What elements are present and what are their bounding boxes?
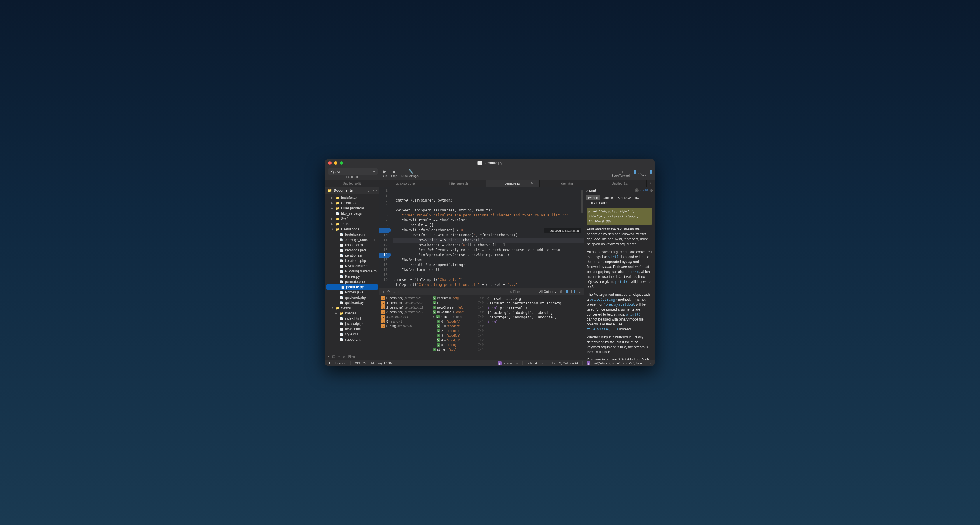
file-conways_constant-m[interactable]: 📄conways_constant.m [325,237,379,242]
doc-content[interactable]: print(*objects, sep=' ', end='\n', file=… [584,206,655,360]
step-over-button[interactable]: ↷ [387,290,390,294]
run-button[interactable]: ▶ Run [382,169,387,178]
code-line[interactable]: result."fn">append(string) [393,262,584,267]
folder-calculator[interactable]: ▶📁Calculator [325,200,379,205]
line-number[interactable]: 6 [379,213,388,218]
variable-actions[interactable]: ⓘ⊖ [478,301,484,305]
variable-actions[interactable]: ⓘ⊖ [478,329,484,333]
code-line[interactable]: newCharset = charset[0:i] + charset[i+1:… [393,243,584,248]
pause-icon[interactable]: ⏸ [328,361,331,365]
file-bruteforce-m[interactable]: 📄bruteforce.m [325,232,379,237]
continue-button[interactable]: ▷ [382,290,384,294]
doc-search-input[interactable] [589,188,633,192]
layout-left-button[interactable] [566,290,570,293]
stack-frame[interactable]: ↳2permute()permute.py:12 [379,305,431,310]
variable-actions[interactable]: ⓘ⊖ [478,296,484,300]
stack-frame[interactable]: ↳3permute()permute.py:12 [379,310,431,314]
new-folder-button[interactable]: ▢ [332,355,335,358]
line-number[interactable]: 13 [379,248,388,253]
line-number[interactable]: 1 [379,188,388,193]
disclosure-triangle-icon[interactable]: ▶ [331,202,334,204]
line-number[interactable]: 2 [379,193,388,198]
code-line[interactable]: "kw">for i "kw">in "fn">range(0, "fn">le… [393,233,584,238]
disclosure-triangle-icon[interactable]: ▶ [331,217,334,220]
find-on-page-link[interactable]: Find On Page [584,200,655,206]
code-line[interactable]: "kw">def "fn">permute(charset, string, r… [393,208,584,213]
tab-index-html[interactable]: index.html [539,180,593,187]
file-style-css[interactable]: 📄style.css [325,332,379,337]
language-select[interactable]: Python [328,168,378,175]
action-button[interactable]: ⎆ [338,355,340,358]
code-line[interactable]: result = [] [393,223,584,228]
file-nsstring-traverse-m[interactable]: 📄NSString traverse.m [325,269,379,274]
tab-untitled-2-c[interactable]: Untitled 2.c [593,180,647,187]
variable-actions[interactable]: ⓘ⊖ [478,333,484,337]
step-into-button[interactable]: ↓ [393,290,395,294]
eye-icon[interactable]: 👁 [645,188,649,192]
step-out-button[interactable]: ↑ [398,290,399,294]
file-http_server-js[interactable]: 📄http_server.js [325,211,379,216]
tab-untitled-swift[interactable]: Untitled.swift [325,180,379,187]
variable-actions[interactable]: ⓘ⊖ [478,310,484,314]
disclosure-triangle-icon[interactable]: ▼ [433,316,435,318]
code-line[interactable]: "kw">if result == "bool">False: [393,218,584,223]
status-doc-sig-button[interactable]: f print(*objects, sep=' ', end='\n', fil… [587,361,645,365]
variable-row[interactable]: VnewString = 'abcd'ⓘ⊖ [431,310,485,314]
code-line[interactable] [393,272,584,277]
nav-back-icon[interactable]: ‹ [373,189,374,192]
file-iterations-java[interactable]: 📄iterations.java [325,248,379,253]
variable-actions[interactable]: ⓘ⊖ [478,338,484,342]
maximize-button[interactable] [340,161,343,165]
folder-swift[interactable]: ▶📁Swift [325,216,379,221]
code-line[interactable]: "kw">return result [393,267,584,272]
stack-frame[interactable]: ↳1permute()permute.py:12 [379,301,431,305]
code-line[interactable]: "cmt">#!/usr/bin/env python3 [393,198,584,203]
nav-fwd-icon[interactable]: › [376,189,377,192]
variable-row[interactable]: VnewCharset = 'efg'ⓘ⊖ [431,305,485,310]
stack-frame[interactable]: ↳6run()bdb.py:580 [379,324,431,328]
code-line[interactable]: "cmt"># Recursively calculate with each … [393,248,584,253]
variable-row[interactable]: Vi = 1ⓘ⊖ [431,301,485,305]
tab-http_server-js[interactable]: http_server.js [432,180,486,187]
back-button[interactable]: ‹ [618,169,619,174]
folder-euler-problems[interactable]: ▶📁Euler problems [325,205,379,211]
file-primes-java[interactable]: 📄Primes.java [325,290,379,295]
file-index-html[interactable]: 📄index.html [325,316,379,321]
file-iterations-m[interactable]: 📄iterations.m [325,253,379,258]
line-number[interactable]: 14 [379,253,390,258]
code-line[interactable]: "fn">print("fn">permute(charset, "", [])… [393,287,584,288]
code-line[interactable] [393,203,584,208]
file-support-html[interactable]: 📄support.html [325,337,379,342]
stack-frame[interactable]: ↳5<string>:1 [379,319,431,324]
symbol-popup-button[interactable]: f permute ⌄ [498,361,518,365]
disclosure-triangle-icon[interactable]: ▼ [331,228,334,231]
stack-frame[interactable]: ↳4permute.py:19 [379,314,431,319]
code-line[interactable]: """Recursively calculate the permutation… [393,213,584,218]
clear-console-button[interactable]: 🗑 [560,290,563,294]
stack-frame[interactable]: ↳0permute()permute.py:9 [379,296,431,301]
forward-button[interactable]: › [622,169,623,174]
status-tabs-button[interactable]: Tabs: 4 [527,361,537,365]
file-fibonacci-m[interactable]: 📄fibonacci.m [325,242,379,248]
view-right-panel-button[interactable] [647,170,652,174]
line-number[interactable]: 4 [379,203,388,208]
file-permute-php[interactable]: 📄permute.php [325,279,379,285]
folder-website[interactable]: ▼📁Website [325,305,379,310]
code-line[interactable]: "fn">permute(newCharset, newString, resu… [393,253,584,258]
stop-button[interactable]: ■ Stop [391,169,397,178]
file-permute-py[interactable]: 📄permute.py [326,285,378,290]
doc-next-button[interactable]: › [643,188,644,192]
variable-row[interactable]: V0 = 'abcdefg'ⓘ⊖ [431,319,485,324]
more-icon[interactable]: ⊖ [650,188,653,192]
variable-actions[interactable]: ⓘ⊖ [478,324,484,328]
filter-input[interactable]: Filter [348,355,355,358]
variable-actions[interactable]: ⓘ⊖ [478,320,484,323]
variable-row[interactable]: Vcharset = 'defg'ⓘ⊖ [431,296,485,301]
line-number[interactable]: 16 [379,262,388,267]
variable-row[interactable]: V5 = 'abcdgfe'ⓘ⊖ [431,342,485,347]
clear-search-button[interactable]: ✕ [635,188,639,192]
line-number[interactable]: 8 [379,223,388,228]
file-news-html[interactable]: 📄news.html [325,326,379,332]
debug-filter-input[interactable]: Filter [513,290,536,293]
output-mode-select[interactable]: All Output⌄ [539,290,557,293]
